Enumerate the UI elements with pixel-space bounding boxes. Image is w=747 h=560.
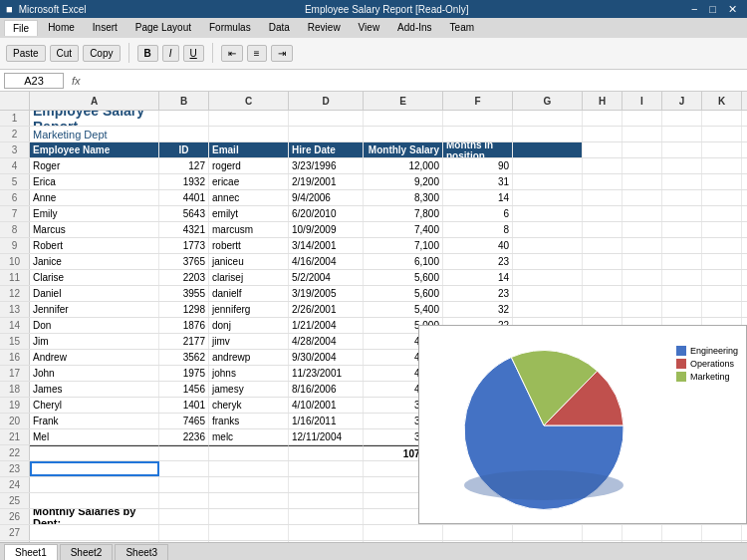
cell-b26[interactable] <box>159 509 209 524</box>
cell-c19[interactable]: cheryk <box>209 398 289 413</box>
cell-i3[interactable] <box>622 142 662 157</box>
paste-button[interactable]: Paste <box>6 45 46 62</box>
cell-d22[interactable] <box>289 445 364 460</box>
cell-e1[interactable] <box>364 111 443 126</box>
cell-d16[interactable]: 9/30/2004 <box>289 350 364 365</box>
cell-d15[interactable]: 4/28/2004 <box>289 334 364 349</box>
cell-j3[interactable] <box>662 142 702 157</box>
cell-b15[interactable]: 2177 <box>159 334 209 349</box>
cell-f1[interactable] <box>443 111 513 126</box>
minimize-icon[interactable]: − <box>687 3 701 16</box>
cell-c5[interactable]: ericae <box>209 174 289 189</box>
cell-a24[interactable] <box>30 477 159 492</box>
col-header-k[interactable]: K <box>702 92 742 110</box>
cell-e10[interactable]: 6,100 <box>364 254 443 269</box>
cell-h6[interactable] <box>583 190 622 205</box>
cell-f11[interactable]: 14 <box>443 270 513 285</box>
cell-i6[interactable] <box>622 190 662 205</box>
cell-d24[interactable] <box>289 477 364 492</box>
bold-button[interactable]: B <box>137 45 158 62</box>
col-header-g[interactable]: G <box>513 92 583 110</box>
cell-h8[interactable] <box>583 222 622 237</box>
cell-k1[interactable] <box>702 111 742 126</box>
cell-g1[interactable] <box>513 111 583 126</box>
cell-j4[interactable] <box>662 158 702 173</box>
col-header-j[interactable]: J <box>662 92 702 110</box>
cell-a13[interactable]: Jennifer <box>30 302 159 317</box>
col-header-a[interactable]: A <box>30 92 159 110</box>
cell-g13[interactable] <box>513 302 583 317</box>
col-header-e[interactable]: E <box>364 92 443 110</box>
cell-h4[interactable] <box>583 158 622 173</box>
cell-g9[interactable] <box>513 238 583 253</box>
cell-c2[interactable] <box>209 127 289 141</box>
cell-j2[interactable] <box>662 127 702 141</box>
cell-j7[interactable] <box>662 206 702 221</box>
cell-e12[interactable]: 5,600 <box>364 286 443 301</box>
cell-f3[interactable]: Months in position <box>443 142 513 157</box>
cell-b7[interactable]: 5643 <box>159 206 209 221</box>
cell-h5[interactable] <box>583 174 622 189</box>
cut-button[interactable]: Cut <box>50 45 80 62</box>
cell-h11[interactable] <box>583 270 622 285</box>
cell-a21[interactable]: Mel <box>30 429 159 444</box>
cell-h10[interactable] <box>583 254 622 269</box>
cell-c11[interactable]: clarisej <box>209 270 289 285</box>
cell-d12[interactable]: 3/19/2005 <box>289 286 364 301</box>
cell-d1[interactable] <box>289 111 364 126</box>
cell-g3[interactable] <box>513 142 583 157</box>
cell-a22[interactable] <box>30 445 159 460</box>
cell-g8[interactable] <box>513 222 583 237</box>
cell-f5[interactable]: 31 <box>443 174 513 189</box>
cell-a2[interactable]: Marketing Dept <box>30 127 159 141</box>
cell-d11[interactable]: 5/2/2004 <box>289 270 364 285</box>
cell-g7[interactable] <box>513 206 583 221</box>
cell-d8[interactable]: 10/9/2009 <box>289 222 364 237</box>
cell-b21[interactable]: 2236 <box>159 429 209 444</box>
cell-i13[interactable] <box>622 302 662 317</box>
cell-b11[interactable]: 2203 <box>159 270 209 285</box>
cell-h1[interactable] <box>583 111 622 126</box>
cell-a5[interactable]: Erica <box>30 174 159 189</box>
cell-f9[interactable]: 40 <box>443 238 513 253</box>
cell-k10[interactable] <box>702 254 742 269</box>
cell-e5[interactable]: 9,200 <box>364 174 443 189</box>
cell-c23[interactable] <box>209 461 289 476</box>
cell-k8[interactable] <box>702 222 742 237</box>
cell-e4[interactable]: 12,000 <box>364 158 443 173</box>
cell-d21[interactable]: 12/11/2004 <box>289 429 364 444</box>
cell-b5[interactable]: 1932 <box>159 174 209 189</box>
cell-b24[interactable] <box>159 477 209 492</box>
cell-i4[interactable] <box>622 158 662 173</box>
cell-a4[interactable]: Roger <box>30 158 159 173</box>
cell-c9[interactable]: robertt <box>209 238 289 253</box>
cell-a7[interactable]: Emily <box>30 206 159 221</box>
cell-b4[interactable]: 127 <box>159 158 209 173</box>
cell-h2[interactable] <box>583 127 622 141</box>
underline-button[interactable]: U <box>183 45 204 62</box>
cell-d23[interactable] <box>289 461 364 476</box>
cell-j11[interactable] <box>662 270 702 285</box>
sheet-tab-1[interactable]: Sheet1 <box>4 544 58 560</box>
cell-c20[interactable]: franks <box>209 414 289 428</box>
tab-view[interactable]: View <box>351 20 388 35</box>
formula-input[interactable] <box>89 74 743 88</box>
cell-b19[interactable]: 1401 <box>159 398 209 413</box>
cell-b9[interactable]: 1773 <box>159 238 209 253</box>
cell-e6[interactable]: 8,300 <box>364 190 443 205</box>
cell-b3[interactable]: ID <box>159 142 209 157</box>
cell-a10[interactable]: Janice <box>30 254 159 269</box>
cell-f10[interactable]: 23 <box>443 254 513 269</box>
cell-i7[interactable] <box>622 206 662 221</box>
cell-d18[interactable]: 8/16/2006 <box>289 382 364 397</box>
cell-g12[interactable] <box>513 286 583 301</box>
cell-c7[interactable]: emilyt <box>209 206 289 221</box>
tab-addins[interactable]: Add-Ins <box>389 20 439 35</box>
cell-k4[interactable] <box>702 158 742 173</box>
cell-c24[interactable] <box>209 477 289 492</box>
cell-i9[interactable] <box>622 238 662 253</box>
cell-a20[interactable]: Frank <box>30 414 159 428</box>
cell-b13[interactable]: 1298 <box>159 302 209 317</box>
cell-f8[interactable]: 8 <box>443 222 513 237</box>
cell-c14[interactable]: donj <box>209 318 289 333</box>
